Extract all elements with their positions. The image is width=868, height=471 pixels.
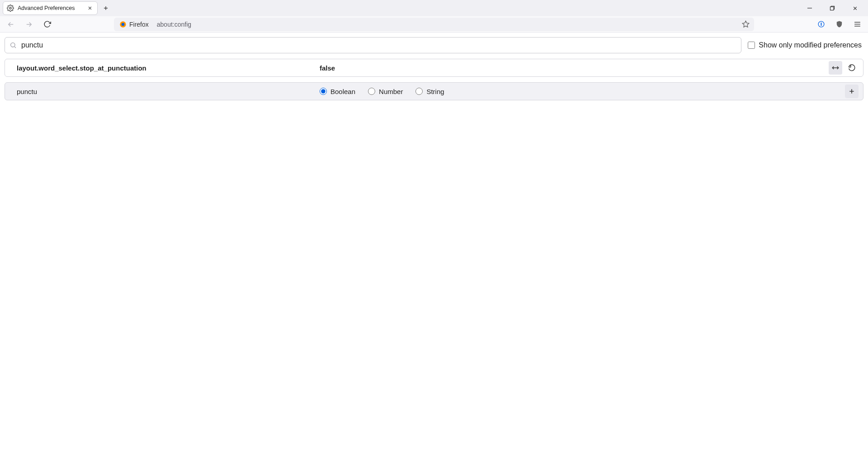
- type-radio-string-label: String: [426, 88, 444, 95]
- type-radio-string[interactable]: String: [415, 88, 444, 95]
- forward-button[interactable]: [23, 18, 35, 31]
- type-radio-number-input[interactable]: [368, 88, 375, 95]
- new-tab-button[interactable]: [99, 2, 112, 14]
- pref-search-input[interactable]: [21, 41, 736, 49]
- pref-create-row[interactable]: punctu Boolean Number String: [5, 82, 863, 100]
- back-button[interactable]: [5, 18, 17, 31]
- window-maximize-button[interactable]: [822, 0, 843, 16]
- svg-point-3: [122, 23, 125, 26]
- type-radio-boolean-input[interactable]: [320, 88, 327, 95]
- browser-tab[interactable]: Advanced Preferences: [3, 1, 98, 15]
- type-radio-group: Boolean Number String: [320, 88, 845, 95]
- reset-button[interactable]: [845, 61, 859, 75]
- pref-list: layout.word_select.stop_at_punctuation f…: [5, 59, 863, 100]
- firefox-icon: [119, 21, 127, 28]
- toggle-button[interactable]: [829, 61, 842, 75]
- pref-row[interactable]: layout.word_select.stop_at_punctuation f…: [5, 59, 863, 77]
- type-radio-boolean-label: Boolean: [330, 88, 355, 95]
- svg-marker-4: [742, 21, 749, 27]
- type-radio-boolean[interactable]: Boolean: [320, 88, 355, 95]
- reload-button[interactable]: [41, 18, 53, 31]
- tab-strip: Advanced Preferences: [0, 0, 868, 16]
- window-close-button[interactable]: [844, 0, 865, 16]
- pref-create-name: punctu: [17, 88, 320, 95]
- extension-ublock-button[interactable]: [833, 18, 845, 31]
- identity-label: Firefox: [129, 21, 149, 28]
- add-pref-button[interactable]: [845, 85, 859, 98]
- svg-point-0: [9, 7, 11, 9]
- show-modified-label: Show only modified preferences: [759, 41, 862, 49]
- pref-name: layout.word_select.stop_at_punctuation: [17, 64, 320, 72]
- svg-point-7: [11, 43, 15, 47]
- tab-title: Advanced Preferences: [18, 5, 83, 11]
- gear-icon: [7, 5, 14, 12]
- type-radio-string-input[interactable]: [415, 88, 423, 95]
- svg-rect-1: [830, 7, 834, 10]
- pref-actions: [829, 61, 859, 75]
- nav-toolbar: Firefox about:config: [0, 16, 868, 33]
- pref-create-type-group: Boolean Number String: [320, 88, 845, 95]
- pref-create-actions: [845, 85, 859, 98]
- url-text: about:config: [157, 21, 191, 28]
- svg-rect-6: [821, 23, 821, 26]
- bookmark-star-button[interactable]: [742, 20, 750, 28]
- type-radio-number-label: Number: [379, 88, 403, 95]
- tab-close-button[interactable]: [86, 5, 94, 12]
- aboutconfig-content: Show only modified preferences layout.wo…: [0, 33, 868, 105]
- pref-value: false: [320, 64, 829, 72]
- app-menu-button[interactable]: [851, 18, 863, 31]
- type-radio-number[interactable]: Number: [368, 88, 403, 95]
- identity-box[interactable]: Firefox: [118, 20, 152, 29]
- window-minimize-button[interactable]: [799, 0, 820, 16]
- show-modified-checkbox[interactable]: [748, 42, 755, 49]
- extension-1password-button[interactable]: [815, 18, 827, 31]
- show-modified-toggle[interactable]: Show only modified preferences: [748, 41, 863, 49]
- search-row: Show only modified preferences: [5, 37, 863, 53]
- pref-search-box[interactable]: [5, 37, 741, 53]
- url-bar[interactable]: Firefox about:config: [114, 18, 754, 31]
- search-icon: [9, 42, 17, 49]
